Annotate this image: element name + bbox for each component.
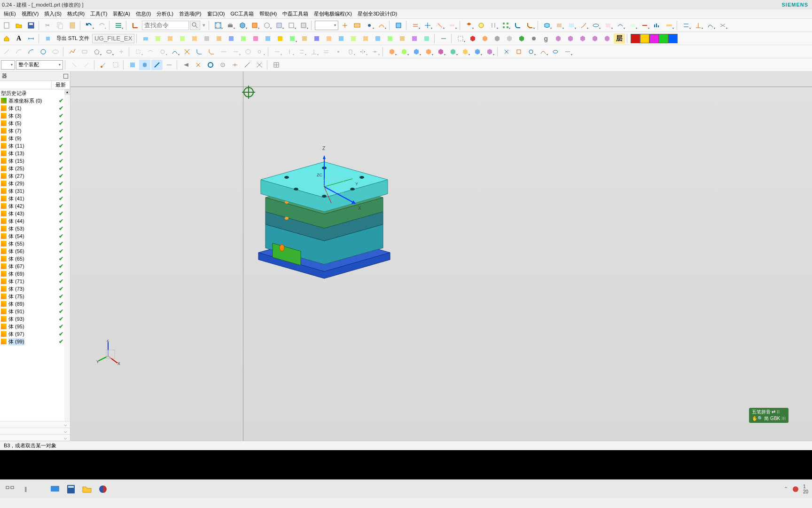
sk4[interactable] bbox=[538, 47, 549, 57]
dimension-button[interactable] bbox=[25, 33, 37, 44]
sel-11[interactable] bbox=[589, 33, 601, 44]
skin-combo-1[interactable] bbox=[1, 60, 15, 70]
task-nx-button[interactable] bbox=[97, 483, 109, 495]
trim-button[interactable] bbox=[627, 20, 638, 31]
asm9[interactable] bbox=[484, 47, 495, 57]
tree-item[interactable]: 体 (1)✔ bbox=[0, 104, 70, 112]
mesh-button[interactable] bbox=[566, 20, 577, 31]
search-button[interactable] bbox=[190, 21, 200, 30]
tree-item[interactable]: 体 (44)✔ bbox=[0, 217, 70, 225]
tree-item[interactable]: 体 (9)✔ bbox=[0, 135, 70, 142]
mw-16[interactable] bbox=[323, 33, 335, 44]
mw-22[interactable] bbox=[397, 33, 408, 44]
mw-7[interactable] bbox=[213, 33, 225, 44]
sel-4[interactable] bbox=[492, 33, 503, 44]
redo-button[interactable] bbox=[96, 20, 107, 31]
tree-item[interactable]: 体 (31)✔ bbox=[0, 187, 70, 195]
tree-item[interactable]: 体 (41)✔ bbox=[0, 195, 70, 202]
snap12[interactable] bbox=[217, 60, 228, 70]
mw-11[interactable] bbox=[262, 33, 273, 44]
menu-view[interactable]: 视图(V) bbox=[19, 10, 42, 17]
tree-item[interactable]: 体 (25)✔ bbox=[0, 165, 70, 172]
sk6[interactable] bbox=[562, 47, 573, 57]
snap10[interactable] bbox=[193, 60, 204, 70]
mw-18[interactable] bbox=[348, 33, 359, 44]
datum-plane-button[interactable] bbox=[446, 20, 458, 31]
curve-button[interactable] bbox=[376, 20, 387, 31]
mw-2[interactable] bbox=[152, 33, 164, 44]
render-button[interactable] bbox=[249, 20, 260, 31]
tree-item[interactable]: 体 (75)✔ bbox=[0, 293, 70, 300]
menu-window[interactable]: 窗口(O) bbox=[204, 10, 228, 17]
mw-17[interactable] bbox=[336, 33, 347, 44]
asm1[interactable] bbox=[386, 47, 398, 57]
sel-8[interactable] bbox=[553, 33, 564, 44]
arc2-button[interactable] bbox=[25, 47, 37, 57]
properties-button[interactable] bbox=[113, 20, 124, 31]
s5[interactable] bbox=[181, 47, 193, 57]
tree-item[interactable]: 体 (3)✔ bbox=[0, 112, 70, 119]
blend-button[interactable] bbox=[512, 20, 523, 31]
mw-3[interactable] bbox=[164, 33, 176, 44]
selection-filter-combo[interactable] bbox=[315, 21, 338, 30]
mw-23[interactable] bbox=[409, 33, 420, 44]
chamfer-button[interactable] bbox=[524, 20, 536, 31]
assembly-scope-combo[interactable]: 整个装配 bbox=[16, 60, 63, 70]
task-calculator-button[interactable] bbox=[65, 483, 77, 495]
menu-analysis[interactable]: 分析(L) bbox=[154, 10, 176, 17]
offset-button[interactable] bbox=[410, 20, 421, 31]
parallel-button[interactable] bbox=[680, 20, 692, 31]
fit-button[interactable] bbox=[212, 20, 224, 31]
c5[interactable] bbox=[320, 47, 332, 57]
sel-6[interactable] bbox=[516, 33, 527, 44]
asm6[interactable] bbox=[447, 47, 459, 57]
bridge-button[interactable] bbox=[615, 20, 626, 31]
mw-14[interactable] bbox=[299, 33, 310, 44]
curve-edit-button[interactable] bbox=[705, 20, 716, 31]
menu-zhonglei[interactable]: 中磊工具箱 bbox=[280, 10, 311, 17]
line-button[interactable] bbox=[1, 47, 12, 57]
arc-button[interactable] bbox=[13, 47, 24, 57]
text-button[interactable]: A bbox=[13, 33, 24, 44]
snap6[interactable] bbox=[139, 60, 150, 70]
tree-item[interactable]: 体 (27)✔ bbox=[0, 172, 70, 180]
snap1[interactable] bbox=[69, 60, 80, 70]
copy-button[interactable] bbox=[55, 20, 66, 31]
tree-item[interactable]: 体 (54)✔ bbox=[0, 232, 70, 240]
hole-button[interactable] bbox=[476, 20, 487, 31]
poly-button[interactable] bbox=[91, 47, 102, 57]
tree-item[interactable]: 体 (7)✔ bbox=[0, 127, 70, 135]
sweep-button[interactable] bbox=[578, 20, 589, 31]
c4[interactable] bbox=[308, 47, 320, 57]
color-swatch[interactable] bbox=[640, 34, 649, 43]
snap14[interactable] bbox=[242, 60, 253, 70]
asm2[interactable] bbox=[398, 47, 410, 57]
mw-1[interactable] bbox=[140, 33, 151, 44]
sel-9[interactable] bbox=[565, 33, 576, 44]
c6[interactable] bbox=[333, 47, 344, 57]
edge-button[interactable] bbox=[286, 20, 297, 31]
tree-item[interactable]: 体 (97)✔ bbox=[0, 330, 70, 338]
color-swatch[interactable] bbox=[631, 34, 640, 43]
snap8[interactable] bbox=[164, 60, 175, 70]
cut-button[interactable]: ✂ bbox=[42, 20, 54, 31]
ime-indicator[interactable]: 五笔拼音 ⇄ ⁝⁝ ✋🔍 简 GBK ⁝⁝⁝ bbox=[749, 408, 789, 423]
snap5[interactable] bbox=[127, 60, 138, 70]
tree-scrollbar[interactable]: ▴ bbox=[64, 89, 70, 421]
tray-user-icon[interactable] bbox=[792, 485, 799, 493]
s3[interactable] bbox=[157, 47, 168, 57]
mw-4[interactable] bbox=[177, 33, 188, 44]
tree-item[interactable]: 体 (65)✔ bbox=[0, 255, 70, 262]
sel-3[interactable] bbox=[479, 33, 491, 44]
command-search-input[interactable] bbox=[142, 21, 189, 30]
surface-button[interactable] bbox=[541, 20, 553, 31]
feature-tree[interactable]: 型历史记录 基准坐标系 (0) ✔ 体 (1)✔体 (3)✔体 (5)✔体 (7… bbox=[0, 89, 70, 421]
mw-19[interactable] bbox=[360, 33, 371, 44]
undo-button[interactable] bbox=[84, 20, 95, 31]
tree-item[interactable]: 体 (95)✔ bbox=[0, 323, 70, 330]
snap2[interactable] bbox=[81, 60, 92, 70]
points-button[interactable] bbox=[116, 47, 127, 57]
c9[interactable] bbox=[369, 47, 381, 57]
mw-20[interactable] bbox=[372, 33, 383, 44]
pattern-button[interactable] bbox=[500, 20, 511, 31]
